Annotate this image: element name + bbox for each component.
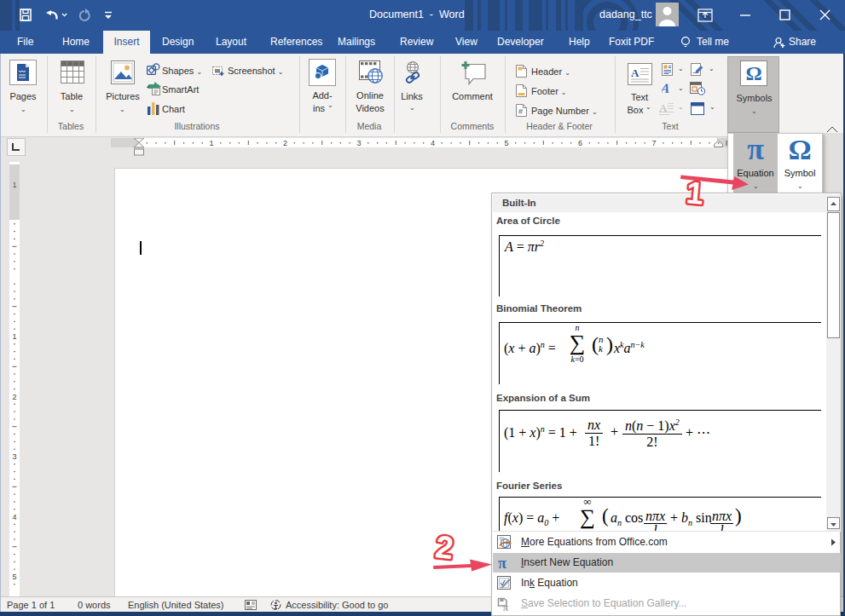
svg-text:1: 1 — [209, 139, 213, 147]
svg-text:A: A — [662, 82, 671, 95]
svg-text:7: 7 — [651, 139, 656, 147]
svg-text:1: 1 — [685, 175, 705, 211]
svg-text:π: π — [503, 602, 509, 612]
svg-text:3: 3 — [12, 452, 16, 461]
svg-text:1: 1 — [13, 181, 17, 189]
svg-text:4: 4 — [431, 139, 435, 147]
svg-text:5: 5 — [12, 573, 16, 581]
svg-text:1: 1 — [12, 332, 16, 341]
svg-text:A: A — [631, 66, 640, 79]
svg-text:2: 2 — [283, 139, 287, 147]
svg-text:2: 2 — [434, 529, 455, 566]
svg-text:5: 5 — [504, 139, 508, 147]
svg-text:4: 4 — [12, 513, 16, 521]
svg-text:#: # — [518, 107, 523, 116]
svg-text:2: 2 — [12, 393, 16, 401]
svg-text:6: 6 — [578, 139, 582, 147]
svg-text:3: 3 — [356, 139, 361, 147]
